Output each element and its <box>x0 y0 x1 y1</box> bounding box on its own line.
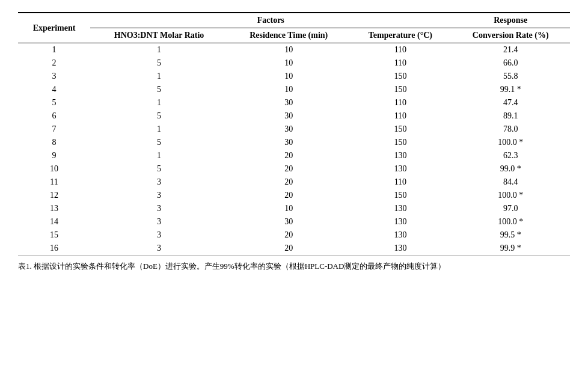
cell-exp: 5 <box>18 96 90 109</box>
table-row: 451015099.1 * <box>18 83 570 96</box>
table-row: 1532013099.5 * <box>18 228 570 242</box>
cell-ratio: 1 <box>90 96 228 109</box>
cell-time: 10 <box>228 202 349 215</box>
cell-rate: 100.0 * <box>451 189 570 202</box>
cell-ratio: 5 <box>90 83 228 96</box>
cell-temp: 130 <box>349 215 451 228</box>
cell-temp: 110 <box>349 176 451 189</box>
footer-text: 表1. 根据设计的实验条件和转化率（DoE）进行实验。产生99%转化率的实验（根… <box>18 260 570 272</box>
cell-rate: 84.4 <box>451 176 570 189</box>
cell-temp: 130 <box>349 162 451 176</box>
cell-time: 10 <box>228 83 349 96</box>
col-header-temperature: Temperature (°C) <box>349 28 451 43</box>
table-row: 111011021.4 <box>18 43 570 57</box>
section-header-factors: Factors <box>90 13 451 28</box>
cell-ratio: 3 <box>90 189 228 202</box>
cell-exp: 15 <box>18 228 90 242</box>
cell-rate: 99.1 * <box>451 83 570 96</box>
table-row: 912013062.3 <box>18 149 570 162</box>
cell-time: 20 <box>228 242 349 256</box>
col-header-conversion-rate: Conversion Rate (%) <box>451 28 570 43</box>
cell-time: 20 <box>228 228 349 242</box>
cell-time: 30 <box>228 109 349 123</box>
cell-exp: 4 <box>18 83 90 96</box>
table-row: 8530150100.0 * <box>18 136 570 149</box>
cell-time: 20 <box>228 176 349 189</box>
cell-ratio: 5 <box>90 162 228 176</box>
cell-time: 20 <box>228 149 349 162</box>
cell-time: 20 <box>228 162 349 176</box>
cell-rate: 100.0 * <box>451 215 570 228</box>
cell-ratio: 1 <box>90 70 228 83</box>
cell-rate: 55.8 <box>451 70 570 83</box>
cell-exp: 11 <box>18 176 90 189</box>
cell-temp: 130 <box>349 202 451 215</box>
cell-time: 30 <box>228 215 349 228</box>
cell-exp: 9 <box>18 149 90 162</box>
table-row: 1632013099.9 * <box>18 242 570 256</box>
cell-temp: 110 <box>349 43 451 57</box>
cell-rate: 97.0 <box>451 202 570 215</box>
cell-exp: 1 <box>18 43 90 57</box>
cell-time: 30 <box>228 96 349 109</box>
cell-rate: 99.9 * <box>451 242 570 256</box>
cell-rate: 62.3 <box>451 149 570 162</box>
cell-ratio: 3 <box>90 228 228 242</box>
cell-temp: 130 <box>349 242 451 256</box>
table-row: 251011066.0 <box>18 57 570 70</box>
cell-temp: 150 <box>349 189 451 202</box>
cell-time: 20 <box>228 189 349 202</box>
cell-exp: 13 <box>18 202 90 215</box>
cell-exp: 16 <box>18 242 90 256</box>
cell-rate: 21.4 <box>451 43 570 57</box>
table-row: 311015055.8 <box>18 70 570 83</box>
cell-temp: 150 <box>349 83 451 96</box>
table-row: 653011089.1 <box>18 109 570 123</box>
cell-time: 30 <box>228 123 349 136</box>
cell-exp: 3 <box>18 70 90 83</box>
cell-exp: 12 <box>18 189 90 202</box>
table-row: 1052013099.0 * <box>18 162 570 176</box>
cell-ratio: 1 <box>90 43 228 57</box>
cell-ratio: 3 <box>90 202 228 215</box>
cell-ratio: 1 <box>90 149 228 162</box>
col-header-residence-time: Residence Time (min) <box>228 28 349 43</box>
cell-exp: 2 <box>18 57 90 70</box>
cell-rate: 66.0 <box>451 57 570 70</box>
cell-temp: 150 <box>349 123 451 136</box>
col-header-experiment: Experiment <box>18 13 90 43</box>
cell-rate: 99.5 * <box>451 228 570 242</box>
cell-ratio: 5 <box>90 109 228 123</box>
cell-exp: 6 <box>18 109 90 123</box>
table-row: 1331013097.0 <box>18 202 570 215</box>
cell-exp: 14 <box>18 215 90 228</box>
cell-time: 10 <box>228 43 349 57</box>
cell-temp: 130 <box>349 149 451 162</box>
table-row: 713015078.0 <box>18 123 570 136</box>
cell-temp: 110 <box>349 109 451 123</box>
cell-temp: 110 <box>349 57 451 70</box>
cell-temp: 150 <box>349 70 451 83</box>
cell-ratio: 5 <box>90 57 228 70</box>
cell-rate: 89.1 <box>451 109 570 123</box>
cell-time: 10 <box>228 70 349 83</box>
table-row: 1132011084.4 <box>18 176 570 189</box>
cell-time: 10 <box>228 57 349 70</box>
cell-rate: 78.0 <box>451 123 570 136</box>
table-row: 513011047.4 <box>18 96 570 109</box>
cell-temp: 130 <box>349 228 451 242</box>
cell-exp: 10 <box>18 162 90 176</box>
cell-rate: 100.0 * <box>451 136 570 149</box>
cell-ratio: 3 <box>90 215 228 228</box>
section-header-response: Response <box>451 13 570 28</box>
table-row: 12320150100.0 * <box>18 189 570 202</box>
cell-exp: 7 <box>18 123 90 136</box>
cell-rate: 99.0 * <box>451 162 570 176</box>
cell-ratio: 1 <box>90 123 228 136</box>
cell-time: 30 <box>228 136 349 149</box>
data-table: Experiment Factors Response HNO3:DNT Mol… <box>18 12 570 256</box>
cell-ratio: 3 <box>90 242 228 256</box>
cell-exp: 8 <box>18 136 90 149</box>
col-header-hno3-dnt: HNO3:DNT Molar Ratio <box>90 28 228 43</box>
cell-temp: 150 <box>349 136 451 149</box>
